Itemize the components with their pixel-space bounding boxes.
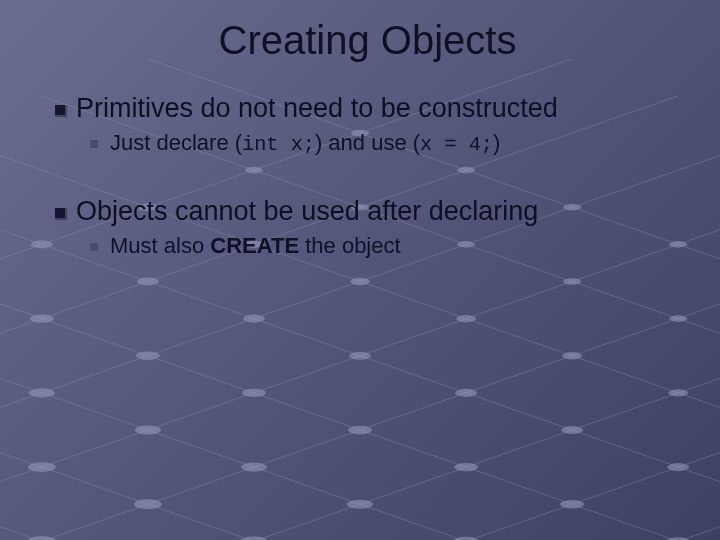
svg-point-77 bbox=[234, 534, 274, 540]
list-item-text: Objects cannot be used after declaring bbox=[76, 196, 538, 227]
svg-point-57 bbox=[237, 387, 271, 399]
svg-point-56 bbox=[131, 350, 165, 362]
svg-line-6 bbox=[0, 282, 720, 540]
svg-point-60 bbox=[555, 498, 589, 510]
svg-point-47 bbox=[238, 313, 269, 324]
list-item: Objects cannot be used after declaring bbox=[55, 196, 680, 227]
svg-point-76 bbox=[128, 497, 168, 511]
svg-point-65 bbox=[23, 386, 60, 399]
svg-line-8 bbox=[0, 356, 572, 540]
svg-point-40 bbox=[558, 351, 586, 361]
svg-line-16 bbox=[42, 319, 720, 540]
svg-point-41 bbox=[664, 388, 692, 398]
svg-line-15 bbox=[0, 282, 720, 540]
svg-point-38 bbox=[346, 277, 374, 287]
svg-point-69 bbox=[448, 535, 485, 540]
code-snippet: int x; bbox=[242, 133, 315, 156]
svg-line-14 bbox=[0, 244, 720, 540]
svg-point-68 bbox=[342, 498, 379, 511]
code-snippet: x = 4; bbox=[420, 133, 493, 156]
square-bullet-icon bbox=[55, 208, 66, 219]
sub-list-item-text: Must also CREATE the object bbox=[110, 233, 401, 259]
square-bullet-icon bbox=[90, 243, 98, 251]
svg-point-48 bbox=[344, 350, 375, 361]
svg-line-5 bbox=[0, 244, 720, 540]
svg-point-49 bbox=[451, 387, 482, 398]
list-item: Primitives do not need to be constructed bbox=[55, 93, 680, 124]
sub-list-item: Must also CREATE the object bbox=[90, 233, 680, 259]
svg-point-51 bbox=[663, 462, 694, 473]
svg-point-61 bbox=[661, 535, 695, 540]
sub-list-item: Just declare (int x;) and use (x = 4;) bbox=[90, 130, 680, 156]
square-bullet-icon bbox=[55, 105, 66, 116]
svg-point-66 bbox=[129, 424, 166, 437]
square-bullet-icon bbox=[90, 140, 98, 148]
svg-point-75 bbox=[22, 460, 62, 474]
slide-title: Creating Objects bbox=[55, 18, 680, 63]
slide-content: Creating Objects Primitives do not need … bbox=[0, 0, 720, 259]
svg-point-46 bbox=[132, 276, 163, 287]
list-item-text: Primitives do not need to be constructed bbox=[76, 93, 558, 124]
bold-text: CREATE bbox=[210, 233, 299, 258]
svg-point-30 bbox=[559, 277, 584, 286]
svg-point-59 bbox=[449, 461, 483, 473]
sub-list-item-text: Just declare (int x;) and use (x = 4;) bbox=[110, 130, 500, 156]
svg-point-39 bbox=[452, 314, 480, 324]
slide: Creating Objects Primitives do not need … bbox=[0, 0, 720, 540]
svg-point-67 bbox=[236, 461, 273, 474]
svg-line-7 bbox=[0, 319, 678, 540]
svg-point-85 bbox=[21, 534, 63, 540]
svg-line-17 bbox=[148, 356, 720, 540]
svg-point-31 bbox=[665, 314, 690, 323]
svg-point-50 bbox=[557, 425, 588, 436]
svg-point-55 bbox=[25, 313, 59, 325]
svg-point-58 bbox=[343, 424, 377, 436]
